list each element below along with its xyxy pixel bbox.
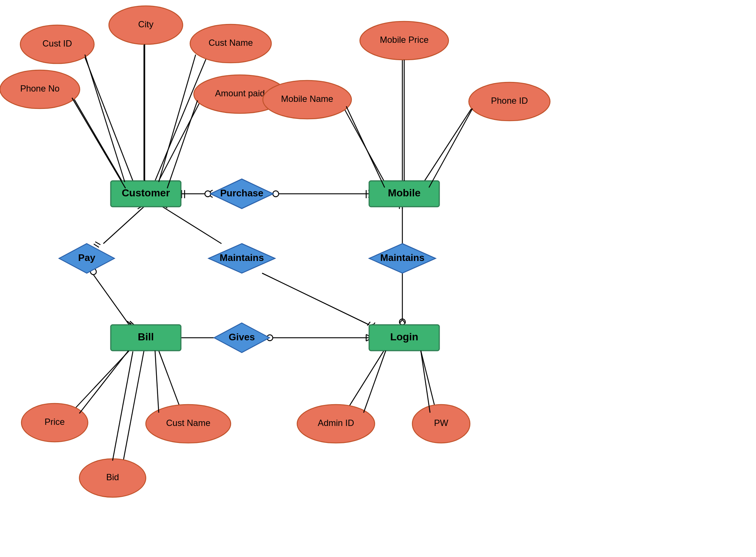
svg-line-4 [159,100,201,181]
svg-line-20 [159,351,181,410]
svg-line-3 [70,92,122,181]
maintains-right-label: Maintains [380,252,425,263]
svg-line-13 [262,273,369,325]
cust-name-top-label: Cust Name [209,38,253,48]
svg-line-10 [103,207,144,244]
phone-no-label: Phone No [20,83,60,93]
gives-label: Gives [229,331,255,343]
pay-label: Pay [78,252,96,263]
svg-line-37 [94,244,99,247]
svg-line-67 [155,351,159,413]
phone-id-label: Phone ID [491,96,528,106]
svg-line-18 [74,351,129,410]
amount-paid-label: Amount paid [215,88,265,98]
svg-line-12 [162,207,221,244]
purchase-label: Purchase [220,188,263,199]
mobile-name-label: Mobile Name [281,94,333,104]
maintains-center-label: Maintains [220,252,264,263]
svg-line-0 [85,57,133,181]
svg-line-58 [85,55,125,182]
svg-line-22 [347,351,384,410]
svg-line-36 [95,242,100,245]
svg-line-7 [425,107,472,181]
pw-label: PW [434,418,449,428]
svg-line-64 [346,106,385,188]
svg-line-60 [159,55,196,182]
svg-line-11 [92,273,129,325]
admin-id-label: Admin ID [318,418,354,428]
login-label: Login [390,331,418,343]
svg-line-65 [429,109,472,188]
bill-label: Bill [138,331,154,343]
svg-line-66 [79,351,128,413]
svg-line-61 [72,98,126,188]
mobile-price-label: Mobile Price [380,35,429,45]
bid-label: Bid [106,472,119,482]
mobile-label: Mobile [388,187,421,199]
city-label: City [138,19,153,29]
svg-line-2 [155,57,207,181]
cust-name-bot-label: Cust Name [166,418,210,428]
svg-line-69 [364,351,386,413]
cust-id-label: Cust ID [42,38,72,48]
price-label: Price [45,417,65,427]
er-diagram: Customer Mobile Bill Login Purchase Pay … [0,0,756,557]
svg-line-62 [167,100,197,188]
customer-label: Customer [122,187,170,199]
svg-line-21 [122,351,144,469]
